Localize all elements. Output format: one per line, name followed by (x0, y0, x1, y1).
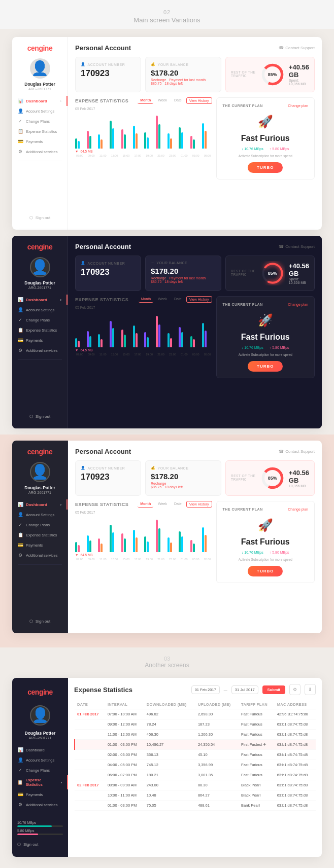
turbo-btn-dark[interactable]: TURBO (248, 361, 283, 372)
balance-label-dark: ···YOUR BALANCE (151, 261, 216, 265)
plan-speeds-light: ↓ 10.76 MBps ↑ 5.80 MBps (242, 147, 289, 151)
settings-icon-btn[interactable]: ⚙ (289, 684, 300, 695)
tab-month-dark[interactable]: Month (139, 296, 153, 303)
turbo-btn-light[interactable]: TURBO (248, 162, 283, 173)
expense-date-from[interactable]: 01 Feb 2017 (191, 685, 220, 694)
sidebar-semi: cengine 👤 Douglas Potter ARG-2601771 📊 D… (12, 441, 68, 633)
cell-up: 3,356.99 (195, 760, 239, 770)
cell-plan: Black Pearl (239, 790, 275, 801)
nav-dashboard-light[interactable]: 📊 Dashboard › (12, 96, 68, 106)
traffic-card-light: REST OF THE TRAFFIC 85% +40.56 GB Spent:… (225, 57, 315, 92)
exp-nav-arrow: › (61, 781, 62, 784)
traffic-value-dark: +40.56 GB (289, 262, 309, 277)
exp-sign-out[interactable]: ⬡ Sign out (12, 840, 68, 851)
tab-week-light[interactable]: Week (155, 97, 170, 104)
view-history-light[interactable]: View History (186, 97, 212, 104)
download-icon-btn[interactable]: ⬇ (305, 684, 316, 695)
view-history-semi[interactable]: View History (186, 501, 212, 508)
nav-additional-semi[interactable]: ⚙ Additional services (12, 550, 68, 560)
nav-account-dark[interactable]: 👤 Account Settings (12, 305, 68, 315)
rocket-icon-light: 🚀 (258, 115, 273, 129)
exp-nav-additional[interactable]: ⚙ Additional services (12, 800, 68, 810)
main-light: Personal Account ☎ Contact Support 👤 ACC… (68, 37, 322, 230)
nav-additional-dark[interactable]: ⚙ Additional services (12, 345, 68, 355)
plan-change-dark[interactable]: Change plan (288, 303, 308, 306)
nav-account-semi[interactable]: 👤 Account Settings (12, 510, 68, 520)
tab-date-light[interactable]: Date (172, 97, 184, 104)
nav-expense-semi[interactable]: 📋 Expense Statistics (12, 530, 68, 540)
exp-nav-exp-icon: 📋 (17, 780, 23, 785)
main-semi: Personal Account ☎ Contact Support 👤ACCO… (68, 441, 322, 633)
balance-sub-dark: Recharge Payment for last month $85.75 1… (151, 276, 216, 283)
plan-change-light[interactable]: Change plan (288, 104, 308, 107)
nav-expense-light[interactable]: 📋 Expense Statistics (12, 126, 68, 136)
nav-account-light[interactable]: 👤 Account Settings (12, 106, 68, 116)
table-wrap: DATE INTERVAL DOWNLOADED (MB) UPLOADED (… (74, 700, 316, 811)
logo-dark: cengine (27, 243, 52, 251)
contact-support-semi[interactable]: ☎ Contact Support (279, 449, 315, 454)
nav-expense-dark[interactable]: 📋 Expense Statistics (12, 325, 68, 335)
nav-payments-dark[interactable]: 💳 Payments (12, 335, 68, 345)
cell-plan: Bank Pearl (239, 801, 275, 811)
tab-month-light[interactable]: Month (138, 97, 153, 104)
tab-week-semi[interactable]: Week (155, 501, 170, 508)
tab-date-dark[interactable]: Date (172, 296, 184, 303)
traffic-card-semi: REST OF THE TRAFFIC 85% +40.56 GB 10,356… (225, 460, 315, 496)
view-history-dark[interactable]: View History (186, 296, 212, 303)
plan-card-light: THE CURRENT PLAN Change plan 🚀 Fast Furi… (216, 97, 315, 179)
nav-payments-semi[interactable]: 💳 Payments (12, 540, 68, 550)
contact-support-dark[interactable]: ☎ Contact Support (279, 244, 315, 249)
cell-down: 78.24 (144, 719, 195, 730)
plan-change-semi[interactable]: Change plan (288, 508, 308, 511)
col-interval: INTERVAL (105, 700, 144, 709)
nav-plans-dark[interactable]: ✓ Change Plans (12, 315, 68, 325)
sign-out-dark[interactable]: ⬡ Sign out (24, 412, 55, 421)
tab-week-dark[interactable]: Week (155, 296, 170, 303)
cell-plan: Fast Furious (239, 760, 275, 770)
avatar-dark: 👤 (30, 257, 50, 277)
table-row: 01:00 - 03:00 PM 10,496.27 24,356.54 Fir… (75, 740, 316, 750)
exp-nav-plans[interactable]: ✓ Change Plans (12, 765, 68, 775)
bottom-row-light: EXPENSE STATISTICS Month Week Date View … (75, 97, 315, 179)
turbo-btn-semi[interactable]: TURBO (248, 566, 283, 576)
tab-date-semi[interactable]: Date (172, 501, 184, 508)
nav-dashboard-semi[interactable]: 📊 Dashboard › (12, 499, 68, 510)
exp-nav-payments[interactable]: 💳 Payments (12, 789, 68, 800)
nav-arrow-dark: › (60, 298, 61, 302)
expense-date-to[interactable]: 31 Jul 2017 (231, 685, 258, 694)
logo-light: cengine (27, 44, 52, 52)
chart-tabs-dark: Month Week Date View History (139, 296, 212, 303)
exp-nav-expense[interactable]: 📋 Expense Statistics › (12, 775, 68, 789)
contact-support-light[interactable]: ☎ Contact Support (279, 46, 315, 50)
tab-month-semi[interactable]: Month (138, 501, 153, 508)
chart-times-light: 07:0009:0011:0013:0015:0017:0019:0021:00… (75, 154, 212, 157)
nav-plans-semi[interactable]: ✓ Change Plans (12, 520, 68, 530)
user-id-light: ARG-2601771 (28, 87, 51, 91)
speed-down-dark: ↓ 10.76 MBps (242, 346, 263, 349)
nav-plans-icon: ✓ (17, 119, 23, 124)
plan-speeds-dark: ↓ 10.76 MBps ↑ 5.80 MBps (242, 346, 289, 349)
chart-area-light (75, 111, 212, 149)
nav-dashboard-dark[interactable]: 📊 Dashboard › (12, 295, 68, 305)
sign-out-light[interactable]: ⬡ Sign out (24, 213, 55, 223)
traffic-spent-semi: 10,356 MB (289, 484, 309, 488)
avatar-semi: 👤 (30, 462, 50, 482)
nav-add-icon-dark: ⚙ (17, 348, 23, 353)
nav-plans-light[interactable]: ✓ Change Plans (12, 116, 68, 126)
nav-payments-light[interactable]: 💳 Payments (12, 136, 68, 147)
exp-nav-dashboard[interactable]: 📊 Dashboard (12, 745, 68, 755)
exp-nav-account[interactable]: 👤 Account Settings (12, 755, 68, 765)
nav-db-label-semi: Dashboard (26, 502, 47, 507)
sign-out-semi[interactable]: ⬡ Sign out (24, 617, 55, 626)
speed-up-label: 5.80 MBps (17, 829, 63, 833)
exp-avatar: 👤 (30, 705, 50, 726)
chart-header-dark: EXPENSE STATISTICS Month Week Date View … (75, 296, 212, 303)
dashboard-variant-dark: cengine 👤 Douglas Potter ARG-2601771 📊 D… (12, 236, 322, 428)
submit-button[interactable]: Submit (262, 685, 285, 694)
expense-page: cengine 👤 Douglas Potter ARG-2601771 📊 D… (12, 678, 322, 857)
user-name-light: Douglas Potter (24, 82, 55, 87)
nav-additional-light[interactable]: ⚙ Additional services (12, 147, 68, 157)
dashboard-variant-semi: cengine 👤 Douglas Potter ARG-2601771 📊 D… (12, 441, 322, 633)
plan-speeds-semi: ↓ 10.76 MBps ↑ 5.80 MBps (242, 551, 289, 554)
sign-out-label: Sign out (36, 215, 50, 220)
